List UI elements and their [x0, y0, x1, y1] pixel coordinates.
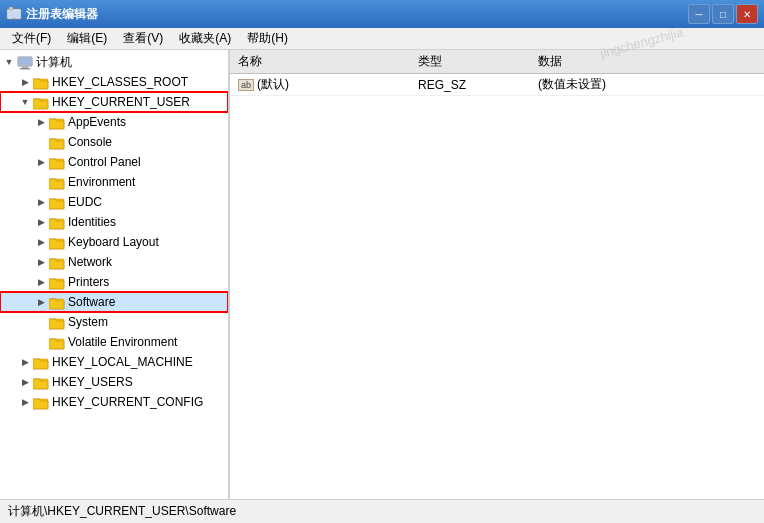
- expand-btn-local_machine[interactable]: ▶: [18, 355, 32, 369]
- status-bar: 计算机\HKEY_CURRENT_USER\Software: [0, 499, 764, 523]
- folder-icon-keyboard_layout: [49, 235, 65, 249]
- default-value-label: (默认): [257, 76, 289, 93]
- node-label-control_panel: Control Panel: [68, 155, 141, 169]
- expand-btn-software[interactable]: ▶: [34, 295, 48, 309]
- svg-rect-7: [20, 68, 30, 70]
- node-label-current_user: HKEY_CURRENT_USER: [52, 95, 190, 109]
- minimize-button[interactable]: ─: [688, 4, 710, 24]
- tree-node-software[interactable]: ▶ Software: [0, 292, 228, 312]
- expand-btn-keyboard_layout[interactable]: ▶: [34, 235, 48, 249]
- expand-btn-volatile_env[interactable]: [34, 335, 48, 349]
- cell-name: ab(默认): [230, 74, 410, 96]
- tree-node-classes_root[interactable]: ▶ HKEY_CLASSES_ROOT: [0, 72, 228, 92]
- title-bar: 注册表编辑器 ─ □ ✕: [0, 0, 764, 28]
- menu-bar: 文件(F) 编辑(E) 查看(V) 收藏夹(A) 帮助(H): [0, 28, 764, 50]
- svg-rect-6: [22, 66, 28, 68]
- maximize-button[interactable]: □: [712, 4, 734, 24]
- expand-btn-current_user[interactable]: ▼: [18, 95, 32, 109]
- menu-file[interactable]: 文件(F): [4, 28, 59, 49]
- ab-icon: ab: [238, 79, 254, 91]
- tree-node-users[interactable]: ▶ HKEY_USERS: [0, 372, 228, 392]
- close-button[interactable]: ✕: [736, 4, 758, 24]
- menu-favorites[interactable]: 收藏夹(A): [171, 28, 239, 49]
- expand-btn-console[interactable]: [34, 135, 48, 149]
- details-panel: 名称 类型 数据 ab(默认)REG_SZ(数值未设置): [230, 50, 764, 499]
- folder-icon-volatile_env: [49, 335, 65, 349]
- expand-btn-control_panel[interactable]: ▶: [34, 155, 48, 169]
- tree-node-printers[interactable]: ▶ Printers: [0, 272, 228, 292]
- expand-btn-eudc[interactable]: ▶: [34, 195, 48, 209]
- node-label-eudc: EUDC: [68, 195, 102, 209]
- node-label-system: System: [68, 315, 108, 329]
- cell-type: REG_SZ: [410, 74, 530, 96]
- tree-node-computer[interactable]: ▼ 计算机: [0, 52, 228, 72]
- expand-btn-network[interactable]: ▶: [34, 255, 48, 269]
- folder-icon-users: [33, 375, 49, 389]
- tree-node-network[interactable]: ▶ Network: [0, 252, 228, 272]
- svg-rect-5: [19, 58, 31, 65]
- node-label-printers: Printers: [68, 275, 109, 289]
- tree-node-system[interactable]: System: [0, 312, 228, 332]
- expand-btn-current_config[interactable]: ▶: [18, 395, 32, 409]
- folder-icon-classes_root: [33, 75, 49, 89]
- menu-edit[interactable]: 编辑(E): [59, 28, 115, 49]
- menu-view[interactable]: 查看(V): [115, 28, 171, 49]
- expand-btn-appevents[interactable]: ▶: [34, 115, 48, 129]
- folder-icon-network: [49, 255, 65, 269]
- folder-icon-current_config: [33, 395, 49, 409]
- status-text: 计算机\HKEY_CURRENT_USER\Software: [8, 503, 236, 520]
- menu-help[interactable]: 帮助(H): [239, 28, 296, 49]
- table-row[interactable]: ab(默认)REG_SZ(数值未设置): [230, 74, 764, 96]
- folder-icon-system: [49, 315, 65, 329]
- expand-btn-system[interactable]: [34, 315, 48, 329]
- node-label-classes_root: HKEY_CLASSES_ROOT: [52, 75, 188, 89]
- main-area: ▼ 计算机▶ HKEY_CLASSES_ROOT▼ HKEY_CURRENT_U…: [0, 50, 764, 499]
- node-label-network: Network: [68, 255, 112, 269]
- title-bar-buttons: ─ □ ✕: [688, 4, 758, 24]
- node-label-appevents: AppEvents: [68, 115, 126, 129]
- tree-node-local_machine[interactable]: ▶ HKEY_LOCAL_MACHINE: [0, 352, 228, 372]
- folder-icon-identities: [49, 215, 65, 229]
- expand-btn-computer[interactable]: ▼: [2, 55, 16, 69]
- node-label-computer: 计算机: [36, 54, 72, 71]
- node-label-volatile_env: Volatile Environment: [68, 335, 177, 349]
- node-label-environment: Environment: [68, 175, 135, 189]
- svg-rect-1: [8, 11, 20, 18]
- tree-node-appevents[interactable]: ▶ AppEvents: [0, 112, 228, 132]
- tree-node-environment[interactable]: Environment: [0, 172, 228, 192]
- col-header-name: 名称: [230, 50, 410, 74]
- details-table: 名称 类型 数据 ab(默认)REG_SZ(数值未设置): [230, 50, 764, 96]
- tree-node-volatile_env[interactable]: Volatile Environment: [0, 332, 228, 352]
- computer-icon: [17, 55, 33, 69]
- expand-btn-users[interactable]: ▶: [18, 375, 32, 389]
- tree-node-control_panel[interactable]: ▶ Control Panel: [0, 152, 228, 172]
- expand-btn-identities[interactable]: ▶: [34, 215, 48, 229]
- expand-btn-classes_root[interactable]: ▶: [18, 75, 32, 89]
- tree-node-keyboard_layout[interactable]: ▶ Keyboard Layout: [0, 232, 228, 252]
- svg-rect-2: [9, 7, 13, 10]
- node-label-identities: Identities: [68, 215, 116, 229]
- tree-node-console[interactable]: Console: [0, 132, 228, 152]
- tree-node-current_config[interactable]: ▶ HKEY_CURRENT_CONFIG: [0, 392, 228, 412]
- regedit-icon: [6, 6, 22, 22]
- svg-point-3: [13, 18, 15, 20]
- folder-icon-software: [49, 295, 65, 309]
- tree-node-current_user[interactable]: ▼ HKEY_CURRENT_USER: [0, 92, 228, 112]
- node-label-current_config: HKEY_CURRENT_CONFIG: [52, 395, 203, 409]
- folder-icon-environment: [49, 175, 65, 189]
- expand-btn-environment[interactable]: [34, 175, 48, 189]
- title-bar-text: 注册表编辑器: [26, 6, 688, 23]
- folder-icon-console: [49, 135, 65, 149]
- node-label-keyboard_layout: Keyboard Layout: [68, 235, 159, 249]
- tree-node-eudc[interactable]: ▶ EUDC: [0, 192, 228, 212]
- expand-btn-printers[interactable]: ▶: [34, 275, 48, 289]
- node-label-console: Console: [68, 135, 112, 149]
- node-label-local_machine: HKEY_LOCAL_MACHINE: [52, 355, 193, 369]
- col-header-data: 数据: [530, 50, 764, 74]
- tree-panel[interactable]: ▼ 计算机▶ HKEY_CLASSES_ROOT▼ HKEY_CURRENT_U…: [0, 50, 230, 499]
- folder-icon-appevents: [49, 115, 65, 129]
- tree-node-identities[interactable]: ▶ Identities: [0, 212, 228, 232]
- col-header-type: 类型: [410, 50, 530, 74]
- folder-icon-local_machine: [33, 355, 49, 369]
- folder-icon-current_user: [33, 95, 49, 109]
